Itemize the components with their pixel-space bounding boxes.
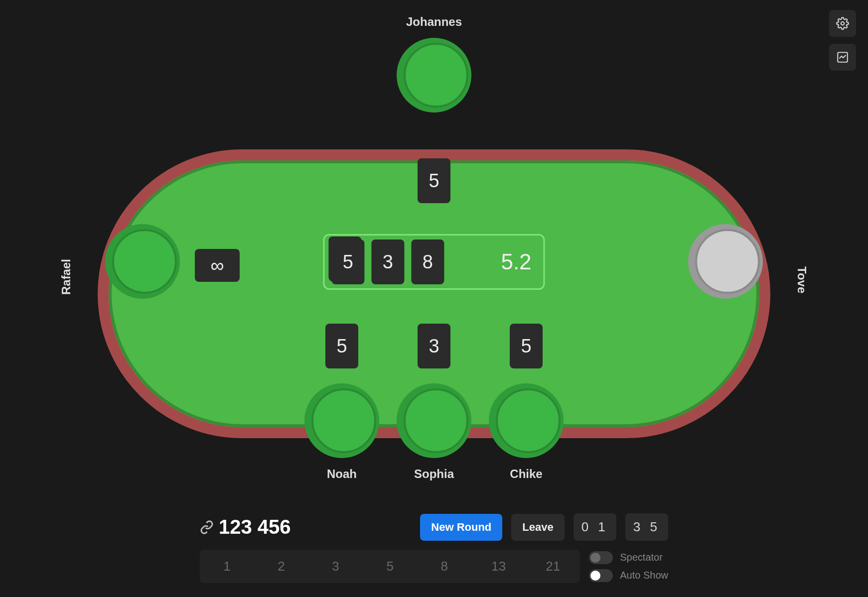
player-chip-left[interactable]	[105, 224, 180, 299]
pot-card-1: 3	[371, 239, 404, 284]
pot-card-2: 8	[411, 239, 444, 284]
vote-option-0[interactable]: 1	[200, 550, 254, 583]
player-chip-bottom-1[interactable]	[397, 383, 471, 458]
svg-point-0	[841, 22, 845, 25]
new-round-button[interactable]: New Round	[420, 514, 502, 541]
player-name-right: Tove	[795, 266, 809, 293]
player-card-top: 5	[418, 158, 450, 203]
room-code-text: 123 456	[219, 516, 291, 538]
footer: 123 456 New Round Leave 0 1 3 5 1 2 3 5 …	[200, 513, 668, 583]
leave-button[interactable]: Leave	[511, 514, 564, 541]
player-name-top: Johannes	[406, 15, 462, 29]
player-card-left: ∞	[195, 249, 240, 282]
player-card-bottom-2: 5	[510, 324, 543, 368]
player-name-bottom-0: Noah	[327, 467, 357, 481]
player-chip-bottom-0[interactable]	[304, 383, 379, 458]
auto-show-label: Auto Show	[620, 570, 668, 581]
spectator-label: Spectator	[620, 552, 663, 563]
pot-card-0: 5	[331, 239, 364, 284]
timer-minutes: 0 1	[574, 513, 616, 541]
link-icon	[200, 520, 214, 534]
pot-average: 5.2	[501, 249, 531, 274]
vote-option-5[interactable]: 13	[471, 550, 526, 583]
player-card-bottom-1: 3	[418, 324, 450, 368]
timer-seconds: 3 5	[625, 513, 668, 541]
player-chip-bottom-2[interactable]	[489, 383, 564, 458]
vote-row: 1 2 3 5 8 13 21	[200, 550, 580, 583]
seat-top: Johannes	[397, 15, 471, 113]
player-name-bottom-1: Sophia	[414, 467, 454, 481]
player-name-bottom-2: Chike	[510, 467, 542, 481]
vote-option-2[interactable]: 3	[308, 550, 363, 583]
player-chip-top[interactable]	[397, 38, 471, 113]
pot-box: 5 3 8 5.2	[323, 234, 545, 290]
auto-show-toggle[interactable]	[589, 569, 613, 582]
vote-option-3[interactable]: 5	[363, 550, 417, 583]
settings-button[interactable]	[829, 10, 856, 37]
vote-option-4[interactable]: 8	[417, 550, 471, 583]
seat-bottom-0: Noah	[304, 383, 379, 481]
player-card-bottom-0: 5	[325, 324, 358, 368]
chart-button[interactable]	[829, 44, 856, 71]
seat-bottom-2: Chike	[489, 383, 564, 481]
chart-icon	[836, 51, 849, 64]
seat-bottom-1: Sophia	[397, 383, 471, 481]
player-chip-right[interactable]	[688, 224, 763, 299]
vote-option-1[interactable]: 2	[254, 550, 308, 583]
vote-option-6[interactable]: 21	[526, 550, 580, 583]
player-name-left: Rafael	[59, 259, 73, 295]
gear-icon	[836, 17, 849, 30]
room-code[interactable]: 123 456	[200, 516, 411, 538]
spectator-toggle[interactable]	[589, 551, 613, 564]
